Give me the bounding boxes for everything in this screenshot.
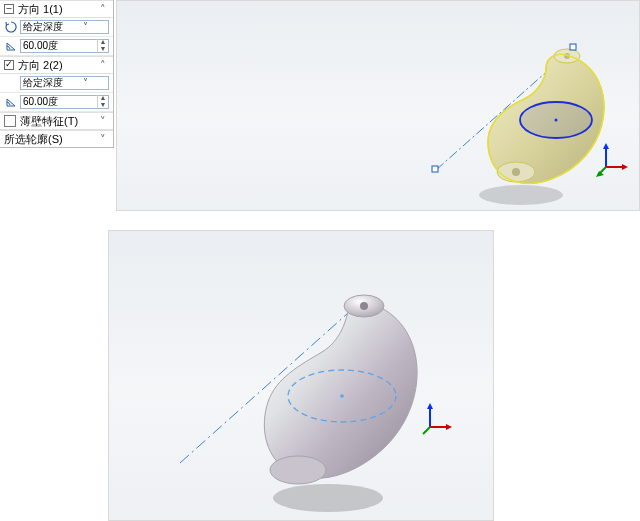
direction1-angle-input[interactable]: 60.00度 ▲ ▼ bbox=[20, 39, 109, 53]
svg-point-9 bbox=[512, 168, 520, 176]
expand-icon[interactable]: ˅ bbox=[97, 115, 109, 127]
direction2-end-condition-row: 给定深度 ˅ bbox=[0, 74, 113, 93]
property-panel: – 方向 1(1) ˄ 给定深度 ˅ 60.00度 ▲ ▼ bbox=[0, 0, 114, 148]
group-direction1-title: 方向 1(1) bbox=[18, 2, 63, 17]
svg-point-7 bbox=[555, 119, 558, 122]
direction1-angle-row: 60.00度 ▲ ▼ bbox=[0, 37, 113, 56]
collapse-icon[interactable]: ˄ bbox=[97, 59, 109, 71]
group-thin-feature-header[interactable]: 薄壁特征(T) ˅ bbox=[0, 112, 113, 130]
viewport-preview[interactable] bbox=[116, 0, 640, 211]
svg-point-2 bbox=[479, 185, 563, 205]
spin-down-icon[interactable]: ▼ bbox=[98, 102, 108, 109]
model-preview bbox=[116, 0, 640, 211]
direction2-angle-value: 60.00度 bbox=[21, 96, 97, 108]
model-result bbox=[108, 230, 494, 521]
direction2-angle-input[interactable]: 60.00度 ▲ ▼ bbox=[20, 95, 109, 109]
view-triad[interactable] bbox=[596, 141, 632, 177]
reverse-icon[interactable] bbox=[4, 20, 18, 34]
spin-down-icon[interactable]: ▼ bbox=[98, 46, 108, 53]
direction1-end-condition-row: 给定深度 ˅ bbox=[0, 18, 113, 37]
group-direction2-header[interactable]: ✓ 方向 2(2) ˄ bbox=[0, 56, 113, 74]
group-direction2-title: 方向 2(2) bbox=[18, 58, 63, 73]
svg-marker-26 bbox=[446, 424, 452, 430]
svg-point-21 bbox=[340, 394, 344, 398]
direction1-end-condition-select[interactable]: 给定深度 ˅ bbox=[20, 20, 109, 34]
svg-point-17 bbox=[273, 484, 383, 512]
angle-icon bbox=[4, 95, 18, 109]
direction2-end-condition-select[interactable]: 给定深度 ˅ bbox=[20, 76, 109, 90]
expand-icon: – bbox=[4, 4, 14, 14]
direction1-end-condition-value: 给定深度 bbox=[23, 20, 65, 34]
svg-marker-24 bbox=[427, 403, 433, 409]
group-direction1-header[interactable]: – 方向 1(1) ˄ bbox=[0, 0, 113, 18]
svg-marker-11 bbox=[603, 143, 609, 149]
expand-icon[interactable]: ˅ bbox=[97, 133, 109, 145]
collapse-icon[interactable]: ˄ bbox=[97, 3, 109, 15]
thin-feature-checkbox[interactable] bbox=[4, 115, 16, 127]
direction1-angle-value: 60.00度 bbox=[21, 40, 97, 52]
angle-icon bbox=[4, 39, 18, 53]
group-contours-header[interactable]: 所选轮廓(S) ˅ bbox=[0, 130, 113, 148]
direction2-end-condition-value: 给定深度 bbox=[23, 76, 65, 90]
thin-feature-label: 薄壁特征(T) bbox=[20, 114, 78, 129]
svg-marker-13 bbox=[622, 164, 628, 170]
svg-rect-5 bbox=[570, 44, 576, 50]
contours-label: 所选轮廓(S) bbox=[4, 132, 63, 147]
svg-marker-15 bbox=[596, 171, 604, 177]
view-triad[interactable] bbox=[422, 401, 456, 435]
svg-point-22 bbox=[270, 456, 326, 484]
svg-line-27 bbox=[423, 427, 430, 434]
svg-rect-1 bbox=[432, 166, 438, 172]
blank-icon bbox=[4, 76, 18, 90]
chevron-down-icon: ˅ bbox=[65, 20, 107, 34]
chevron-down-icon: ˅ bbox=[65, 76, 107, 90]
expand-icon: ✓ bbox=[4, 60, 14, 70]
svg-point-19 bbox=[360, 302, 368, 310]
viewport-result[interactable] bbox=[108, 230, 494, 521]
direction2-angle-row: 60.00度 ▲ ▼ bbox=[0, 93, 113, 112]
